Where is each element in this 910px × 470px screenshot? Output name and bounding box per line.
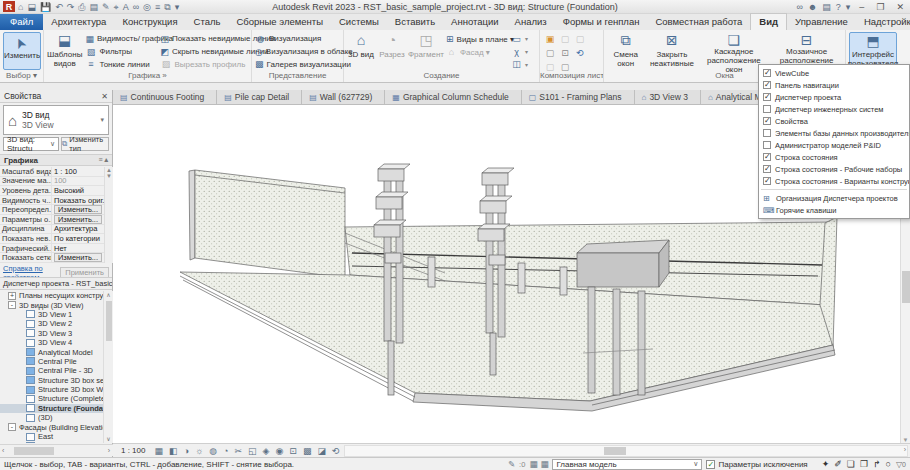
view-control-icon[interactable]: ◔ <box>220 446 231 456</box>
qat-icon[interactable]: ⌂ <box>18 2 23 12</box>
titlebar-icon[interactable]: ∞ <box>796 2 802 12</box>
qat-icon[interactable]: ⌖ <box>114 2 119 12</box>
drafting-view-button[interactable]: ▭▾ <box>511 33 533 45</box>
tree-item[interactable]: Structure (Foundatio <box>0 404 103 413</box>
view-control-icon[interactable]: ▩ <box>300 446 315 456</box>
checkbox-icon[interactable] <box>763 93 771 101</box>
close-inactive-button[interactable]: ⊠ Закрыть неактивные <box>647 32 696 70</box>
tree-item[interactable]: Analytical Model <box>0 347 103 356</box>
view-control-icon[interactable]: ☼ <box>192 446 206 456</box>
menu-checkbox-item[interactable]: Панель навигации <box>759 79 909 91</box>
ribbon-tab[interactable]: Конструкция <box>114 14 185 30</box>
scroll-right-icon[interactable]: › <box>904 446 906 453</box>
qat-icon[interactable]: ⎙ <box>78 2 85 12</box>
browser-hscrollbar[interactable]: ‹ › <box>0 444 113 456</box>
ribbon-tab[interactable]: Архитектура <box>43 14 114 30</box>
ribbon-tab[interactable]: Управление <box>787 14 856 30</box>
scroll-thumb[interactable] <box>14 447 54 455</box>
scroll-right-icon[interactable]: › <box>105 447 113 454</box>
view-control-icon[interactable]: ◱ <box>245 446 260 456</box>
section-collapse-icon[interactable]: ≡ ▴ <box>98 156 108 164</box>
property-row[interactable]: Дисциплина Архитектура <box>0 225 104 235</box>
revit-logo-icon[interactable]: R <box>3 1 15 12</box>
minimize-button[interactable]: – <box>856 2 867 12</box>
menu-checkbox-item[interactable]: Строка состояния - Рабочие наборы <box>759 163 909 175</box>
view-control-icon[interactable]: ◍ <box>206 446 220 456</box>
panel-label-graphics[interactable]: Графика » <box>44 71 251 82</box>
tree-item[interactable]: Structure 3D box Wal <box>0 385 103 394</box>
panel-label-presentation[interactable]: Представление <box>252 71 343 82</box>
menu-checkbox-item[interactable]: Диспетчер инженерных систем <box>759 103 909 115</box>
view-tab[interactable]: ▤ Pile cap Detail <box>217 90 302 104</box>
hscroll-thumb[interactable] <box>604 447 626 455</box>
ribbon-tab[interactable]: Формы и генплан <box>555 14 648 30</box>
menu-checkbox-item[interactable]: Строка состояния <box>759 151 909 163</box>
qat-icon[interactable]: ◎ <box>143 2 151 12</box>
titlebar-icon[interactable]: ▾ <box>846 2 851 12</box>
checkbox-icon[interactable] <box>763 165 771 173</box>
type-selector[interactable]: ⌂ 3D вид3D View ▾ <box>3 105 109 135</box>
menu-action-item[interactable]: ⌨ Горячие клавиши <box>759 204 909 216</box>
tree-item[interactable]: 3D View 3 <box>0 329 103 338</box>
checkbox-icon[interactable] <box>763 141 771 149</box>
type-selector-arrow-icon[interactable]: ▾ <box>100 116 104 124</box>
viewport-hscrollbar[interactable]: › <box>344 445 908 457</box>
status-tool-icon[interactable]: ↱ <box>873 459 881 469</box>
checkbox-icon[interactable] <box>763 129 771 137</box>
checkbox-icon[interactable] <box>763 153 771 161</box>
view-tab[interactable]: ▢ S101 - Framing Plans <box>522 90 635 104</box>
property-row[interactable]: Параметры о... Изменить... <box>0 215 104 225</box>
tree-item[interactable]: Structure (Complete) <box>0 394 103 403</box>
menu-checkbox-item[interactable]: Диспетчер проекта <box>759 91 909 103</box>
view-control-icon[interactable]: ✂ <box>231 446 245 456</box>
ribbon-tab[interactable]: Вид <box>750 13 787 30</box>
tree-item[interactable]: 3D View 2 <box>0 319 103 328</box>
view-control-icon[interactable]: ⊡ <box>286 446 300 456</box>
exclude-options-checkbox[interactable]: ✓ Параметры исключения <box>706 460 807 469</box>
tree-item[interactable]: + Планы несущих конструкци <box>0 291 103 300</box>
titlebar-icon[interactable]: ☻ <box>808 2 817 12</box>
property-row[interactable]: Уровень дета... Высокий <box>0 186 104 196</box>
view-control-icon[interactable]: ◪ <box>314 446 329 456</box>
view-tab[interactable]: ⌂ 3D View 3 <box>635 90 701 104</box>
property-row[interactable]: Переопредел... Изменить... <box>0 205 104 215</box>
menu-checkbox-item[interactable]: Свойства <box>759 115 909 127</box>
ribbon-tab[interactable]: Вставить <box>387 14 443 30</box>
visibility-graphics-button[interactable]: ▦Видимость/ графика <box>85 33 157 45</box>
design-option-combo[interactable]: Главная модель ∨ <box>552 459 702 470</box>
workset-icon[interactable]: ▦ <box>529 459 537 469</box>
property-row[interactable]: Показать нев... По категории <box>0 234 104 244</box>
tree-item[interactable]: Central Pile - 3D <box>0 366 103 375</box>
tree-item[interactable]: Structure 3D box secti <box>0 376 103 385</box>
properties-scrollbar[interactable]: ▲▼ <box>104 167 113 263</box>
checkbox-icon[interactable]: ✓ <box>706 460 715 469</box>
checkbox-icon[interactable] <box>763 105 771 113</box>
matchline-icon[interactable]: ⟲ <box>573 48 587 61</box>
qat-icon[interactable]: ∞ <box>133 2 139 12</box>
render-button[interactable]: ◍Визуализация <box>255 33 341 45</box>
remove-hidden-lines-button[interactable]: ◩Скрыть невидимые линии <box>160 46 252 58</box>
thin-lines-button[interactable]: ≡Тонкие линии <box>85 58 157 70</box>
qat-icon[interactable]: A <box>123 2 129 12</box>
titlebar-icon[interactable]: ▤ <box>822 2 831 12</box>
menu-action-item[interactable]: ⊞ Организация Диспетчера проектов <box>759 192 909 204</box>
render-cloud-button[interactable]: ◶Визуализация в облаке <box>255 46 341 58</box>
tree-item[interactable]: North <box>0 441 103 443</box>
ribbon-tab[interactable]: Сборные элементы <box>228 14 331 30</box>
property-row[interactable]: Масштаб вида 1 : 100 <box>0 167 104 177</box>
scale-button[interactable]: 1 : 100 <box>113 446 151 455</box>
status-tool-icon[interactable]: ✐ <box>834 459 842 469</box>
panel-label-creation[interactable]: Создание <box>344 71 539 82</box>
tree-item[interactable]: 3D View 1 <box>0 310 103 319</box>
plan-views-button[interactable]: ⊞Виды в плане ▾ <box>446 33 508 45</box>
status-tool-icon[interactable]: ❐ <box>860 459 868 469</box>
qat-icon[interactable]: ⬓ <box>27 2 36 12</box>
status-tool-icon[interactable]: ✦ <box>822 459 830 469</box>
view-tab[interactable]: ▤ Continuous Footing <box>113 90 217 104</box>
view-control-icon[interactable]: ◧ <box>166 446 181 456</box>
view-control-icon[interactable]: ▦ <box>151 446 166 456</box>
qat-icon[interactable]: ✎ <box>102 2 110 12</box>
viewport-icon[interactable]: ⊡ <box>558 48 572 61</box>
ribbon-tab[interactable]: Надстройки <box>856 14 910 30</box>
graphics-section-header[interactable]: Графика ≡ ▴ <box>0 154 112 166</box>
